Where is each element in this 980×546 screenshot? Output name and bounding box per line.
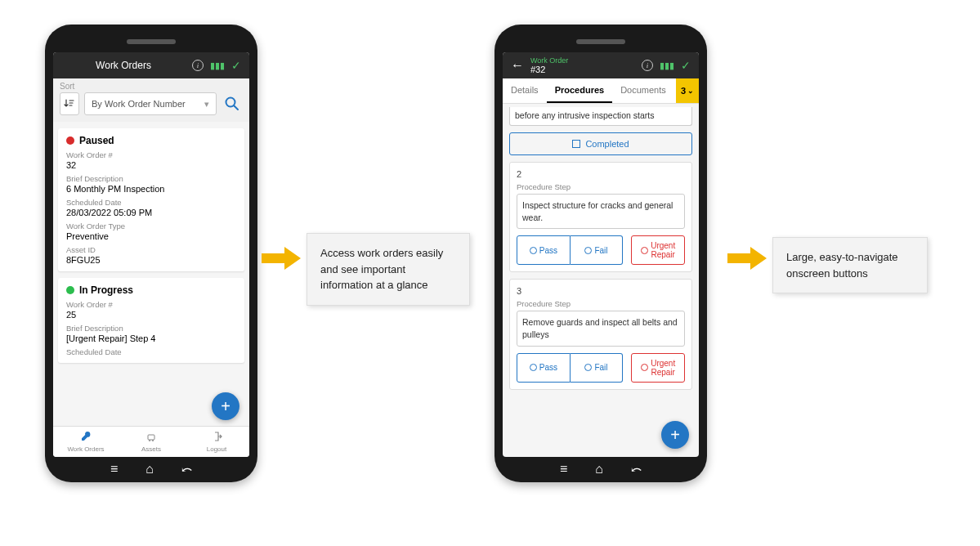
arrow-icon [727, 245, 768, 271]
sort-label: Sort [60, 82, 243, 91]
svg-point-4 [152, 440, 154, 441]
sync-check-icon: ✓ [231, 59, 241, 72]
header-title: Work Orders [61, 60, 186, 71]
tab-count-badge[interactable]: 3 ⌄ [676, 78, 699, 103]
procedure-list[interactable]: before any intrusive inspection starts C… [503, 104, 699, 457]
work-order-list[interactable]: Paused Work Order # 32 Brief Description… [53, 122, 249, 426]
step-text: Inspect structure for cracks and general… [517, 194, 685, 229]
field-value: 25 [66, 310, 236, 320]
add-button[interactable]: + [661, 421, 689, 449]
field-label: Scheduled Date [66, 198, 236, 207]
nav-label: Assets [141, 445, 161, 453]
urgent-repair-button[interactable]: UrgentRepair [631, 353, 685, 383]
plus-icon: + [221, 397, 230, 416]
fail-button[interactable]: Fail [571, 235, 624, 265]
sort-direction-button[interactable] [60, 92, 79, 115]
field-value: Preventive [66, 231, 236, 241]
svg-rect-2 [148, 435, 154, 440]
back-icon[interactable]: ⤺ [631, 462, 642, 477]
pass-button[interactable]: Pass [517, 353, 571, 383]
field-label: Brief Description [66, 324, 236, 333]
radio-icon [530, 247, 537, 254]
step-number: 3 [517, 286, 685, 296]
pass-label: Pass [539, 363, 557, 372]
radio-icon [641, 247, 648, 254]
fail-button[interactable]: Fail [571, 353, 624, 383]
tab-procedures[interactable]: Procedures [547, 78, 613, 103]
nav-work-orders[interactable]: Work Orders [53, 427, 119, 457]
field-value: 6 Monthly PM Inspection [66, 184, 236, 194]
wrench-icon [80, 431, 92, 445]
pass-button[interactable]: Pass [517, 235, 571, 265]
status-dot-paused [66, 136, 74, 145]
field-label: Work Order # [66, 150, 236, 159]
work-order-card[interactable]: Paused Work Order # 32 Brief Description… [58, 128, 244, 271]
radio-icon [530, 364, 537, 371]
pass-label: Pass [539, 246, 557, 255]
field-label: Brief Description [66, 174, 236, 183]
home-icon[interactable]: ⌂ [145, 462, 154, 477]
status-dot-progress [66, 286, 74, 294]
signal-icon: ▮▮▮ [210, 60, 225, 71]
fail-label: Fail [594, 363, 607, 372]
search-button[interactable] [222, 93, 243, 114]
phone-mockup-work-orders: Work Orders i ▮▮▮ ✓ Sort By Work Order N… [45, 25, 257, 482]
field-value: 8FGU25 [66, 255, 236, 265]
sort-dropdown[interactable]: By Work Order Number ▾ [84, 92, 217, 115]
sync-check-icon: ✓ [681, 59, 691, 72]
phone-mockup-procedures: ← Work Order #32 i ▮▮▮ ✓ Details Procedu… [494, 25, 707, 482]
header-subtitle: Work Order [530, 56, 635, 65]
menu-icon[interactable]: ≡ [560, 462, 567, 477]
menu-icon[interactable]: ≡ [110, 462, 118, 477]
chevron-down-icon: ⌄ [687, 87, 694, 95]
tab-bar: Details Procedures Documents 3 ⌄ [503, 78, 699, 104]
field-label: Asset ID [66, 245, 236, 254]
app-header: Work Orders i ▮▮▮ ✓ [53, 52, 249, 78]
search-icon [224, 96, 240, 112]
logout-icon [211, 431, 222, 445]
callout-text: Access work orders easily and see import… [307, 233, 470, 306]
info-icon[interactable]: i [642, 60, 653, 71]
bottom-nav: Work Orders Assets Logout [53, 426, 249, 457]
work-order-card[interactable]: In Progress Work Order # 25 Brief Descri… [58, 278, 244, 363]
status-text: In Progress [79, 284, 133, 296]
procedure-step-card: 2 Procedure Step Inspect structure for c… [509, 162, 692, 272]
tab-documents[interactable]: Documents [612, 78, 674, 103]
completed-button[interactable]: Completed [509, 132, 692, 155]
field-label: Work Order Type [66, 222, 236, 230]
svg-line-1 [235, 106, 239, 110]
phone-speaker [127, 39, 176, 44]
callout-text: Large, easy-to-navigate onscreen buttons [772, 237, 928, 293]
plus-icon: + [670, 426, 680, 445]
nav-logout[interactable]: Logout [184, 427, 249, 457]
tab-details[interactable]: Details [503, 78, 547, 103]
back-icon[interactable]: ⤺ [181, 462, 192, 477]
home-icon[interactable]: ⌂ [595, 462, 603, 477]
signal-icon: ▮▮▮ [660, 60, 674, 71]
step-label: Procedure Step [517, 182, 685, 191]
checkbox-icon [572, 140, 580, 148]
urgent-repair-button[interactable]: UrgentRepair [631, 235, 685, 265]
android-nav-bar: ≡ ⌂ ⤺ [503, 462, 699, 477]
arrow-icon [262, 245, 302, 271]
back-button[interactable]: ← [511, 58, 524, 73]
step-number: 2 [517, 169, 685, 179]
urgent-label: UrgentRepair [651, 359, 675, 377]
nav-label: Work Orders [67, 445, 104, 453]
procedure-step-card: 3 Procedure Step Remove guards and inspe… [509, 279, 692, 389]
step-text: Remove guards and inspect all belts and … [517, 311, 685, 346]
info-icon[interactable]: i [192, 60, 204, 71]
phone-screen: Work Orders i ▮▮▮ ✓ Sort By Work Order N… [53, 52, 249, 457]
add-button[interactable]: + [212, 392, 239, 420]
assets-icon [145, 431, 157, 445]
app-header: ← Work Order #32 i ▮▮▮ ✓ [503, 52, 699, 78]
field-value: [Urgent Repair] Step 4 [66, 333, 236, 343]
radio-icon [584, 364, 592, 371]
phone-speaker [576, 39, 625, 44]
sort-icon [64, 98, 75, 110]
chevron-down-icon: ▾ [204, 99, 209, 110]
fail-label: Fail [594, 246, 607, 255]
nav-assets[interactable]: Assets [119, 427, 184, 457]
nav-label: Logout [207, 445, 226, 453]
phone-screen: ← Work Order #32 i ▮▮▮ ✓ Details Procedu… [503, 52, 699, 457]
